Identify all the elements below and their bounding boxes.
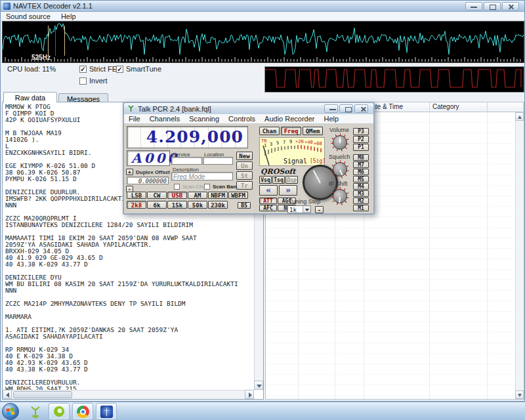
chan-button[interactable]: Chan xyxy=(259,127,280,135)
m2-button[interactable]: M2 xyxy=(353,198,369,204)
tr-button[interactable]: Tr xyxy=(236,181,253,190)
invert-label: Invert xyxy=(89,77,108,85)
filter-50k-button[interactable]: 50k xyxy=(188,201,207,209)
taskbar-moo0-app-button[interactable] xyxy=(49,403,70,420)
dsp-button[interactable]: Dsp xyxy=(285,176,298,184)
m7-button[interactable]: M7 xyxy=(353,161,369,168)
squelch-knob[interactable] xyxy=(331,160,349,178)
tp-menu-channels[interactable]: Channels xyxy=(145,115,184,123)
mode-usb-button[interactable]: USB xyxy=(167,192,187,199)
menu-help[interactable]: Help xyxy=(56,12,81,20)
step-up-arrow-button[interactable]: » xyxy=(279,185,297,196)
location-field[interactable] xyxy=(203,157,233,165)
tab-messages[interactable]: Messages xyxy=(58,93,108,102)
if-shift-knob[interactable] xyxy=(331,187,349,205)
m5-button[interactable]: M5 xyxy=(353,176,369,182)
afc-button[interactable]: AFC xyxy=(259,205,277,211)
scroll-right-button[interactable] xyxy=(245,390,254,399)
tp-menu-help[interactable]: Help xyxy=(320,115,344,123)
signal-meter: TR 1 3 5 7 9 +20 +40 +60 Signal [Sig] xyxy=(259,137,325,166)
filter-6k-button[interactable]: 6k xyxy=(147,201,167,209)
vsq-button[interactable]: Vsq xyxy=(259,176,272,184)
center-frequency-marker xyxy=(55,26,56,56)
taskbar-radio-app-button[interactable] xyxy=(96,403,117,420)
p1-button[interactable]: P1 xyxy=(353,144,369,151)
navtex-titlebar[interactable]: NAVTEX Decoder v2.1.1 xyxy=(1,1,524,12)
tp-menu-controls[interactable]: Controls xyxy=(224,115,260,123)
talkpcr-titlebar[interactable]: Talk PCR 2.4 [bank.fql] xyxy=(124,103,373,114)
new-button[interactable]: New xyxy=(236,152,253,160)
description-field[interactable]: Freq Mode xyxy=(171,172,233,180)
m1-button[interactable]: M1 xyxy=(353,205,369,211)
raw-data-hscrollbar[interactable] xyxy=(3,390,254,399)
tp-menu-scanning[interactable]: Scanning xyxy=(184,115,224,123)
filter-2k8-button[interactable]: 2k8 xyxy=(127,201,146,209)
dropdown-arrow-icon[interactable] xyxy=(303,206,310,213)
duplex-offset-field[interactable]: 0.000000 xyxy=(127,177,169,184)
bs-button[interactable]: BS xyxy=(238,202,251,209)
duplex-plus-button[interactable]: + xyxy=(126,169,133,175)
step-down-arrow-button[interactable]: « xyxy=(259,185,278,196)
mode-lsb-button[interactable]: LSB xyxy=(127,192,146,199)
m6-button[interactable]: M6 xyxy=(353,169,369,175)
taskbar: Moo0 Диктофон 17:18 30.10.2020 xyxy=(0,402,525,420)
un-button[interactable]: Un xyxy=(236,161,253,170)
strict-fec-checkmark[interactable]: ✓ xyxy=(79,66,87,73)
invert-checkmark[interactable] xyxy=(79,77,87,85)
smarttune-checkmark[interactable]: ✓ xyxy=(116,66,123,73)
scan-chan-checkmark[interactable] xyxy=(174,184,180,190)
hscroll-thumb[interactable] xyxy=(13,391,72,398)
volume-knob[interactable] xyxy=(331,133,349,152)
frequency-display[interactable]: 4.209,000 xyxy=(127,126,248,148)
scroll-left-button[interactable] xyxy=(3,390,12,399)
menu-sound-source[interactable]: Sound source xyxy=(1,12,56,20)
tp-menu-file[interactable]: File xyxy=(124,115,145,123)
column-header-category[interactable]: Category xyxy=(430,102,488,112)
scan-chan-checkbox[interactable]: Scan Chan xyxy=(174,184,209,190)
table-scroll-down[interactable] xyxy=(515,390,524,399)
restore-button[interactable] xyxy=(484,2,501,10)
m3-button[interactable]: M3 xyxy=(353,190,369,197)
tsq-button[interactable]: Tsq xyxy=(272,176,285,184)
filter-15k-button[interactable]: 15k xyxy=(167,201,187,209)
att-button[interactable]: ATT xyxy=(259,198,277,204)
p2-button[interactable]: P2 xyxy=(353,136,369,143)
invert-checkbox[interactable]: Invert xyxy=(79,77,108,85)
qmem-button[interactable]: QMem xyxy=(303,127,323,135)
smarttune-checkbox[interactable]: ✓ SmartTune xyxy=(116,65,161,73)
start-button[interactable] xyxy=(2,403,19,420)
talkpcr-maximize-button[interactable] xyxy=(339,104,353,113)
tuning-minus-button[interactable]: - xyxy=(315,206,324,213)
taskbar-antenna-app-button[interactable] xyxy=(25,403,46,420)
table-vscrollbar[interactable] xyxy=(515,112,524,399)
table-scroll-up[interactable] xyxy=(515,112,524,121)
m4-button[interactable]: M4 xyxy=(353,183,369,190)
scan-bank-checkmark[interactable] xyxy=(204,184,210,190)
scroll-down-button[interactable] xyxy=(254,381,263,390)
mode-wbfm-button[interactable]: WBFM xyxy=(228,192,248,199)
close-button[interactable] xyxy=(502,2,519,10)
scan-bank-checkbox[interactable]: Scan Bank xyxy=(204,184,240,190)
talkpcr-client: 4.209,000 A000 + Duplex Offset 0.000000 … xyxy=(124,124,373,213)
mode-am-button[interactable]: AM xyxy=(188,192,207,199)
talkpcr-window: Talk PCR 2.4 [bank.fql] File Channels Sc… xyxy=(123,102,375,215)
tuning-step-dropdown[interactable]: 1k xyxy=(287,205,311,213)
p3-button[interactable]: P3 xyxy=(353,128,369,135)
talkpcr-menubar: File Channels Scanning Controls Audio Re… xyxy=(124,114,373,124)
tp-menu-audio-recorder[interactable]: Audio Recorder xyxy=(260,115,319,123)
spectrum-display: 525Hz xyxy=(2,21,524,63)
st-button[interactable]: St xyxy=(236,171,253,180)
talkpcr-minimize-button[interactable] xyxy=(324,104,338,113)
mode-nbfm-button[interactable]: NBFM xyxy=(208,192,228,199)
taskbar-chrome-app-button[interactable] xyxy=(72,403,93,420)
freq-button[interactable]: Freq xyxy=(281,127,301,135)
passband-marker-right xyxy=(64,26,65,56)
minimize-button[interactable] xyxy=(465,2,482,10)
filter-230k-button[interactable]: 230k xyxy=(208,201,228,209)
channel-display[interactable]: A000 xyxy=(127,150,170,166)
mode-cw-button[interactable]: CW xyxy=(147,192,167,199)
tab-raw-data[interactable]: Raw data xyxy=(3,92,57,102)
talkpcr-close-button[interactable] xyxy=(354,104,368,113)
m8-button[interactable]: M8 xyxy=(353,154,369,161)
service-field[interactable] xyxy=(171,157,202,165)
